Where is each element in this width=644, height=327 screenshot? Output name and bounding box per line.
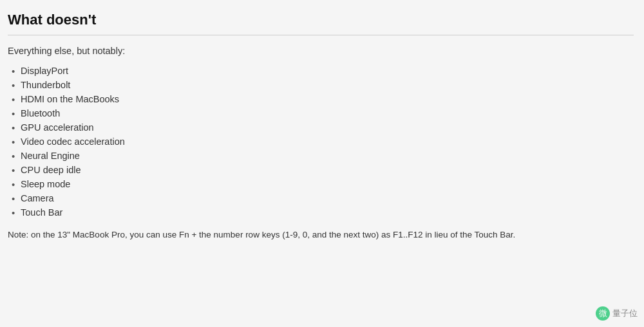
watermark-icon: 微 bbox=[596, 306, 610, 321]
page-container: What doesn't Everything else, but notabl… bbox=[5, 12, 636, 241]
list-item: DisplayPort bbox=[8, 64, 634, 78]
list-item: Video codec acceleration bbox=[8, 135, 634, 149]
list-item: Thunderbolt bbox=[8, 78, 634, 92]
intro-text: Everything else, but notably: bbox=[8, 46, 634, 56]
list-item: Touch Bar bbox=[8, 205, 634, 220]
list-item: Camera bbox=[8, 191, 634, 205]
list-item: Bluetooth bbox=[8, 106, 634, 120]
list-item: Neural Engine bbox=[8, 149, 634, 163]
note-text: Note: on the 13" MacBook Pro, you can us… bbox=[8, 229, 634, 241]
section-title: What doesn't bbox=[8, 12, 634, 28]
list-item: Sleep mode bbox=[8, 177, 634, 191]
list-item: GPU acceleration bbox=[8, 120, 634, 135]
watermark: 微 量子位 bbox=[596, 306, 638, 321]
section-divider bbox=[8, 35, 634, 35]
watermark-label: 量子位 bbox=[612, 308, 638, 319]
list-item: CPU deep idle bbox=[8, 163, 634, 177]
feature-list: DisplayPortThunderboltHDMI on the MacBoo… bbox=[8, 64, 634, 220]
list-item: HDMI on the MacBooks bbox=[8, 92, 634, 106]
